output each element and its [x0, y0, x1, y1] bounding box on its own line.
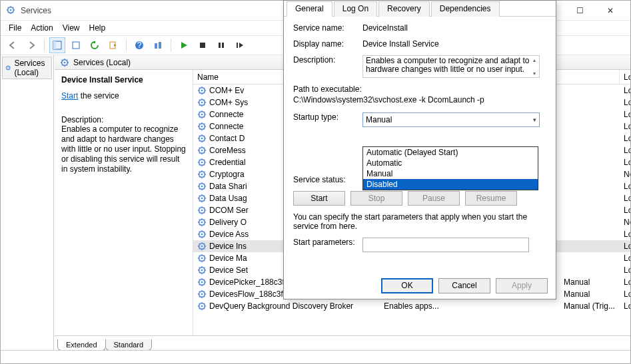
menu-view[interactable]: View — [63, 23, 80, 33]
scroll-down-icon[interactable]: ▾ — [530, 69, 538, 77]
gear-icon — [197, 122, 207, 131]
opt-disabled[interactable]: Disabled — [363, 179, 538, 190]
svg-rect-12 — [222, 43, 224, 48]
opt-automatic[interactable]: Automatic — [363, 158, 538, 168]
service-logon: Local Service — [620, 146, 630, 155]
menu-file[interactable]: File — [9, 23, 21, 33]
startup-type-combo[interactable]: Manual ▾ — [362, 112, 540, 127]
start-service-button[interactable] — [176, 37, 192, 53]
properties-button[interactable] — [68, 37, 84, 53]
gear-icon — [197, 98, 207, 107]
service-name: Device Ass — [209, 230, 249, 239]
service-logon: Network S... — [620, 170, 630, 179]
dialog-tabs: General Log On Recovery Dependencies — [284, 1, 556, 17]
maximize-button[interactable]: ☐ — [565, 1, 595, 21]
service-name: Device Ins — [209, 242, 247, 251]
tree-root-label: Services (Local) — [14, 59, 49, 77]
refresh-button[interactable] — [87, 37, 103, 53]
service-logon: Local Syste... — [620, 266, 630, 275]
col-logon[interactable]: Log On As — [620, 70, 630, 85]
opt-auto-delayed[interactable]: Automatic (Delayed Start) — [363, 147, 538, 158]
menu-action[interactable]: Action — [31, 23, 53, 33]
gear-icon — [197, 134, 207, 143]
service-status-label: Service status: — [293, 175, 362, 184]
tab-standard[interactable]: Standard — [105, 339, 153, 350]
start-service-link[interactable]: Start — [61, 91, 78, 100]
opt-manual[interactable]: Manual — [363, 168, 538, 179]
start-button[interactable]: Start — [293, 191, 345, 206]
gear-icon — [197, 170, 207, 179]
cancel-button[interactable]: Cancel — [438, 278, 490, 293]
service-name: Device Set — [209, 266, 248, 275]
start-params-hint: You can specify the start parameters tha… — [293, 212, 546, 231]
gear-icon — [197, 86, 207, 95]
service-logon: Local Syste... — [620, 158, 630, 167]
description-box[interactable]: Enables a computer to recognize and adap… — [362, 55, 540, 78]
start-suffix: the service — [78, 91, 119, 100]
service-name: COM+ Ev — [209, 86, 244, 95]
service-name: CoreMess — [209, 146, 246, 155]
start-params-input[interactable] — [362, 238, 529, 252]
tab-extended[interactable]: Extended — [57, 339, 105, 350]
startup-type-dropdown[interactable]: Automatic (Delayed Start) Automatic Manu… — [362, 146, 538, 190]
detail-title: Device Install Service — [61, 75, 186, 85]
resume-button: Resume — [465, 191, 517, 206]
stop-service-button[interactable] — [195, 37, 211, 53]
tab-general[interactable]: General — [287, 1, 332, 17]
svg-rect-8 — [155, 43, 157, 49]
gear-icon — [197, 194, 207, 203]
restart-service-button[interactable] — [232, 37, 248, 53]
tab-recovery[interactable]: Recovery — [378, 1, 430, 17]
help-button[interactable]: ? — [131, 37, 147, 53]
nav-forward-button[interactable] — [23, 37, 39, 53]
tab-logon[interactable]: Log On — [334, 1, 377, 17]
apply-button: Apply — [496, 278, 548, 293]
service-name: DevicePicker_188c3f — [209, 277, 285, 287]
desc-scrollbar[interactable]: ▴ ▾ — [530, 56, 538, 77]
table-row[interactable]: DevQuery Background Discovery BrokerEnab… — [193, 300, 630, 312]
tab-dependencies[interactable]: Dependencies — [431, 1, 500, 17]
close-button[interactable]: ✕ — [595, 1, 625, 21]
export-button[interactable] — [105, 37, 121, 53]
pause-button: Pause — [408, 191, 460, 206]
gear-icon — [197, 277, 207, 287]
description-text: Enables a computer to recognize and adap… — [366, 56, 530, 74]
ok-button[interactable]: OK — [381, 278, 433, 293]
service-logon: Local Syste... — [620, 301, 630, 311]
gear-icon — [197, 230, 207, 239]
display-name-value: Device Install Service — [362, 39, 546, 49]
gear-icon — [197, 110, 207, 119]
service-startup: Manual — [560, 289, 620, 299]
pause-service-button[interactable] — [213, 37, 229, 53]
service-name: Credential — [209, 158, 246, 167]
dialog-buttons: OK Cancel Apply — [284, 272, 556, 299]
service-logon: Local Syste... — [620, 206, 630, 215]
extra-button[interactable] — [150, 37, 166, 53]
nav-back-button[interactable] — [5, 37, 21, 53]
service-logon: Local Syste... — [620, 277, 630, 287]
service-name-label: Service name: — [293, 23, 362, 33]
service-name: DevQuery Background Discovery Broker — [209, 301, 353, 311]
gear-icon — [197, 254, 207, 263]
detail-description: Enables a computer to recognize and adap… — [61, 124, 186, 174]
service-name: Connecte — [209, 122, 243, 131]
service-name: Delivery O — [209, 218, 247, 227]
tree-root[interactable]: Services (Local) — [2, 57, 52, 79]
gear-icon — [197, 182, 207, 191]
service-startup: Manual — [560, 277, 620, 287]
service-name: Contact D — [209, 134, 245, 143]
service-logon: Local Syste... — [620, 182, 630, 191]
service-name: Device Ma — [209, 254, 247, 263]
service-name: DevicesFlow_188c3f — [209, 289, 283, 299]
chevron-down-icon: ▾ — [533, 116, 536, 123]
view-details-button[interactable] — [49, 37, 65, 53]
scroll-up-icon[interactable]: ▴ — [530, 56, 538, 64]
service-logon: Local Syste... — [620, 134, 630, 143]
svg-rect-11 — [219, 43, 221, 48]
list-header-title: Services (Local) — [73, 58, 131, 67]
gear-icon — [197, 206, 207, 215]
gear-icon — [197, 242, 207, 251]
service-name: Data Usag — [209, 194, 247, 203]
menu-help[interactable]: Help — [89, 23, 106, 33]
service-startup: Manual (Trig... — [560, 301, 620, 311]
